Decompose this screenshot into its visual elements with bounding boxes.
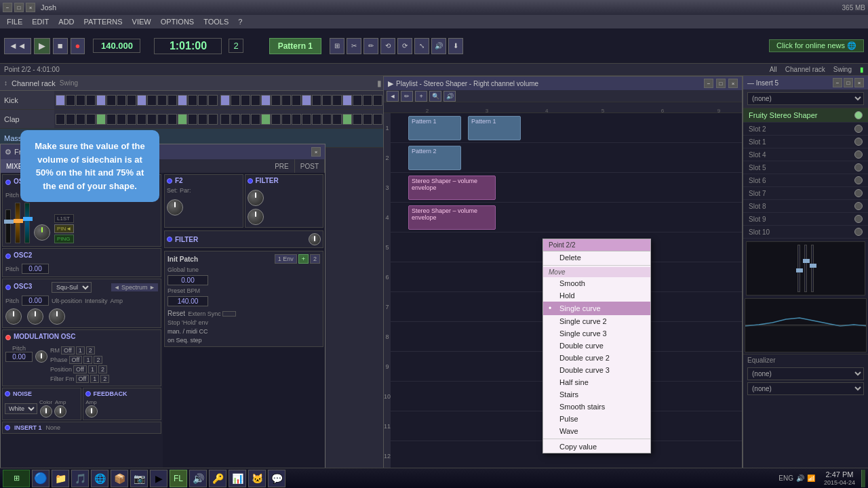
osc3-pitch-value[interactable]: 0.00	[22, 296, 49, 306]
step-btn[interactable]	[373, 95, 382, 106]
step-btn[interactable]	[271, 95, 281, 106]
taskbar-clock[interactable]: 2:47 PM 2015-04-24	[820, 470, 859, 487]
menu-file[interactable]: FILE	[3, 16, 26, 27]
step-btn[interactable]	[127, 95, 136, 106]
slot9-dot[interactable]	[854, 215, 863, 223]
tool-btn-8[interactable]: ⬇	[448, 38, 463, 54]
step-btn[interactable]	[86, 114, 96, 125]
step-btn[interactable]	[302, 95, 311, 106]
step-btn[interactable]	[76, 95, 85, 106]
menu-options[interactable]: OPTIONS	[157, 16, 199, 27]
slot8-dot[interactable]	[854, 202, 863, 210]
step-btn[interactable]	[363, 114, 372, 125]
osc3-knob3[interactable]	[49, 308, 65, 325]
step-btn[interactable]	[167, 95, 177, 106]
step-btn[interactable]	[353, 95, 362, 106]
step-btn[interactable]	[157, 95, 167, 106]
step-btn[interactable]	[198, 95, 208, 106]
slot4-dot[interactable]	[854, 150, 863, 159]
window-controls[interactable]: − □ ×	[3, 3, 35, 12]
slot10-dot[interactable]	[854, 228, 863, 236]
stereo-pattern-block-2[interactable]: Stereo Shaper – volume envelope	[408, 205, 496, 230]
step-btn[interactable]	[261, 95, 271, 106]
step-btn[interactable]	[96, 114, 106, 125]
bpm-display[interactable]: 140.000	[93, 39, 140, 53]
pattern-block[interactable]: Pattern 2	[408, 146, 461, 170]
osc3-knob2[interactable]	[27, 308, 43, 325]
taskbar-charts[interactable]: 📊	[229, 470, 246, 487]
step-btn[interactable]	[261, 114, 271, 125]
mod-p1[interactable]: 1	[83, 356, 92, 364]
mod-pitch-value[interactable]: 0.00	[5, 352, 33, 362]
slot7-item[interactable]: Slot 7	[743, 187, 868, 200]
taskbar-security[interactable]: 🔑	[209, 470, 226, 487]
slot4-item[interactable]: Slot 4	[743, 148, 868, 161]
osc3-type-select[interactable]: Squ-Sul	[52, 282, 92, 293]
menu-patterns[interactable]: PATTERNS	[80, 16, 127, 27]
mod-pos-off[interactable]: Off	[73, 365, 87, 373]
tool-btn-4[interactable]: ⟲	[380, 38, 395, 54]
track3-content[interactable]: Stereo Shaper – volume envelope	[391, 173, 742, 202]
pattern-block[interactable]: Pattern 1	[408, 116, 461, 140]
filter-knob2[interactable]	[248, 209, 264, 225]
tray-volume-icon[interactable]: 🔊	[796, 474, 804, 482]
osc3-knob1[interactable]	[5, 308, 22, 325]
step-btn[interactable]	[241, 95, 250, 106]
playlist-close[interactable]: ×	[728, 79, 738, 88]
none-bot1-select[interactable]: (none)	[747, 367, 864, 380]
slot1-item[interactable]: Slot 1	[743, 136, 868, 148]
none-bot2-select[interactable]: (none)	[747, 382, 864, 395]
record-btn[interactable]: ●	[71, 38, 85, 54]
tray-network-icon[interactable]: 📶	[807, 474, 815, 482]
back-btn[interactable]: ◄◄	[4, 38, 31, 54]
ctx-smooth-stairs[interactable]: Smooth stairs	[543, 401, 650, 413]
taskbar-explorer[interactable]: 📁	[52, 470, 69, 487]
track1-content[interactable]: Pattern 1 Pattern 1	[391, 113, 742, 142]
step-btn[interactable]	[127, 114, 136, 125]
preset-bpm-value[interactable]: 140.00	[167, 296, 208, 306]
step-btn[interactable]	[208, 114, 218, 125]
step-btn[interactable]	[322, 114, 332, 125]
step-btn[interactable]	[117, 114, 126, 125]
news-banner[interactable]: Click for online news 🌐	[769, 39, 864, 52]
mod-filt-off[interactable]: Off	[76, 375, 90, 383]
step-btn[interactable]	[188, 114, 197, 125]
step-btn[interactable]	[292, 95, 301, 106]
menu-tools[interactable]: TOOLS	[199, 16, 233, 27]
mod-pos2[interactable]: 2	[98, 365, 107, 373]
step-btn[interactable]	[157, 114, 167, 125]
slot10-item[interactable]: Slot 10	[743, 226, 868, 239]
tool-btn-5[interactable]: ⟳	[397, 38, 412, 54]
menu-edit[interactable]: EDIT	[28, 16, 53, 27]
env-count[interactable]: 2	[310, 254, 320, 264]
tool-btn-6[interactable]: ⤡	[414, 38, 429, 54]
fruity-stereo-dot[interactable]	[854, 111, 863, 119]
tab-post[interactable]: POST	[295, 159, 325, 173]
rp-maximize[interactable]: □	[844, 78, 853, 87]
slot5-item[interactable]: Slot 5	[743, 161, 868, 174]
slot2-dot[interactable]	[854, 125, 863, 133]
ctx-copy-value[interactable]: Copy value	[543, 441, 650, 453]
slot6-dot[interactable]	[854, 176, 863, 184]
rp-close[interactable]: ×	[854, 78, 864, 87]
step-btn[interactable]	[208, 95, 218, 106]
global-tune-value[interactable]: 0.00	[167, 275, 208, 285]
feedback-amp-knob[interactable]	[85, 405, 98, 418]
ctx-stairs[interactable]: Stairs	[543, 388, 650, 401]
tool-btn-7[interactable]: 🔊	[431, 38, 446, 54]
rp-fader3[interactable]	[811, 245, 814, 292]
ctx-double-curve-3[interactable]: Double curve 3	[543, 364, 650, 376]
reset-label[interactable]: Reset	[167, 310, 185, 317]
step-btn[interactable]	[332, 114, 342, 125]
step-btn[interactable]	[251, 114, 260, 125]
step-btn[interactable]	[117, 95, 126, 106]
track2-content[interactable]: Pattern 2	[391, 143, 742, 172]
mod-phase-off[interactable]: Off	[69, 356, 83, 364]
step-btn[interactable]	[292, 114, 301, 125]
fruity-stereo-item[interactable]: Fruity Stereo Shaper	[743, 108, 868, 123]
taskbar-audio[interactable]: 🔊	[189, 470, 207, 487]
pl-tool-4[interactable]: 🔍	[429, 91, 441, 102]
ctx-pulse[interactable]: Pulse	[543, 413, 650, 425]
taskbar-fl[interactable]: FL	[170, 470, 187, 487]
step-btn[interactable]	[106, 114, 116, 125]
